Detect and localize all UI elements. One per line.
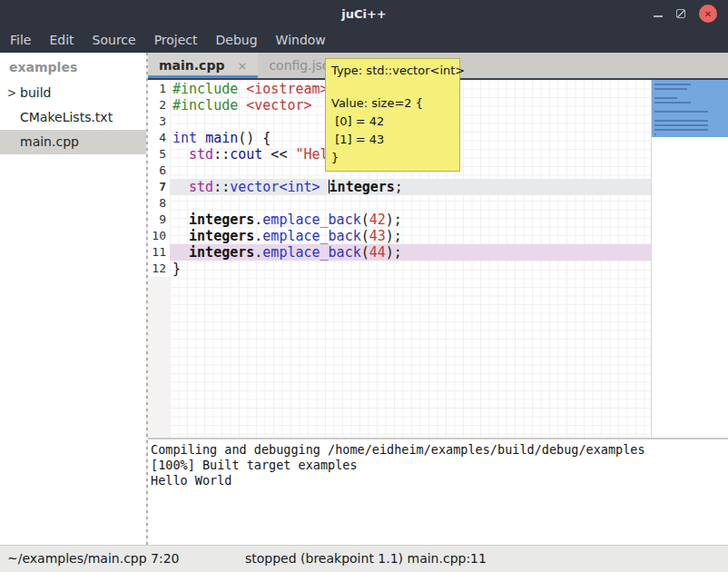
line-number[interactable]: 12 bbox=[148, 261, 170, 277]
titlebar[interactable]: juCi++ ✕ bbox=[0, 0, 728, 27]
status-file-position: ~/examples/main.cpp 7:20 bbox=[7, 546, 180, 572]
code-token: #include bbox=[172, 97, 238, 113]
code-token: :: bbox=[213, 146, 230, 163]
code-token: :: bbox=[213, 179, 230, 195]
code-line-9[interactable]: integers.emplace_back(42); bbox=[170, 212, 651, 228]
minimap-code-line bbox=[654, 124, 708, 126]
menu-item-debug[interactable]: Debug bbox=[207, 27, 267, 53]
line-number[interactable]: 2 bbox=[148, 97, 170, 113]
minimize-icon[interactable] bbox=[654, 15, 663, 17]
menu-item-source[interactable]: Source bbox=[84, 27, 145, 53]
code-token: ( bbox=[361, 212, 369, 228]
minimap-code-line bbox=[654, 133, 656, 135]
line-number[interactable]: 7 bbox=[148, 179, 170, 195]
minimap-code-line bbox=[654, 102, 691, 104]
code-token: vector<int> bbox=[230, 179, 320, 195]
build-output[interactable]: Compiling and debugging /home/eidheim/ex… bbox=[148, 438, 728, 545]
code-line-7[interactable]: std::vector<int> integers; bbox=[170, 179, 651, 195]
tooltip-value-block: Value: size=2 { [0] = 42 [1] = 43} bbox=[331, 94, 454, 167]
chevron-right-icon[interactable]: > bbox=[7, 78, 16, 107]
minimap[interactable] bbox=[651, 80, 728, 438]
line-number[interactable]: 5 bbox=[148, 146, 170, 163]
menu-item-window[interactable]: Window bbox=[267, 27, 335, 53]
code-token bbox=[172, 244, 189, 261]
status-debug-state: stopped (breakpoint 1.1) main.cpp:11 bbox=[245, 546, 487, 572]
code-token: emplace_back bbox=[262, 212, 360, 228]
window-controls: ✕ bbox=[654, 0, 717, 27]
menu-bar: FileEditSourceProjectDebugWindow bbox=[0, 27, 728, 53]
code-token: #include bbox=[172, 81, 238, 97]
code-token bbox=[172, 228, 189, 244]
minimap-code-line bbox=[654, 129, 708, 131]
code-token: ); bbox=[386, 228, 402, 244]
sidebar-item-main-cpp[interactable]: main.cpp bbox=[0, 130, 146, 154]
sidebar-item-label: build bbox=[20, 85, 51, 100]
code-line-8[interactable] bbox=[170, 195, 651, 212]
line-number[interactable]: 8 bbox=[148, 195, 170, 212]
restore-icon[interactable] bbox=[676, 9, 685, 18]
line-number[interactable]: 11 bbox=[148, 244, 170, 261]
line-number-gutter[interactable]: 123456789101112 bbox=[148, 80, 170, 438]
output-line: Hello World bbox=[151, 473, 728, 488]
code-token bbox=[197, 130, 205, 146]
code-token bbox=[172, 146, 189, 163]
code-token: () { bbox=[238, 130, 271, 146]
menu-item-project[interactable]: Project bbox=[145, 27, 207, 53]
code-token: ( bbox=[361, 228, 369, 244]
code-token: integers bbox=[189, 244, 254, 261]
code-token: ); bbox=[386, 244, 402, 261]
tooltip-type-line: Type: std::vector<int> bbox=[331, 63, 454, 78]
tab-close-icon[interactable]: × bbox=[237, 59, 247, 73]
minimap-code-line bbox=[654, 84, 691, 85]
line-number[interactable]: 9 bbox=[148, 212, 170, 228]
code-token: } bbox=[172, 261, 181, 277]
line-number[interactable]: 3 bbox=[148, 113, 170, 130]
minimap-code-line bbox=[654, 88, 687, 90]
menu-item-edit[interactable]: Edit bbox=[40, 27, 83, 53]
tab-main-cpp[interactable]: main.cpp× bbox=[148, 53, 258, 78]
code-token: std bbox=[189, 146, 213, 163]
code-token: ; bbox=[395, 179, 403, 195]
code-token: cout bbox=[230, 146, 262, 163]
code-token: 43 bbox=[369, 228, 386, 244]
code-token bbox=[238, 81, 246, 97]
sidebar-item-label: CMakeLists.txt bbox=[20, 110, 113, 124]
output-line: [100%] Built target examples bbox=[151, 458, 728, 473]
code-line-10[interactable]: integers.emplace_back(43); bbox=[170, 228, 651, 244]
tooltip-value-line: } bbox=[331, 149, 454, 167]
sidebar-item-cmakelists-txt[interactable]: CMakeLists.txt bbox=[0, 105, 146, 130]
menu-item-file[interactable]: File bbox=[1, 27, 40, 53]
minimap-code-line bbox=[654, 111, 708, 113]
code-token bbox=[320, 179, 329, 195]
code-token: integers bbox=[189, 228, 254, 244]
code-token bbox=[172, 179, 189, 195]
status-bar: ~/examples/main.cpp 7:20 stopped (breakp… bbox=[0, 545, 728, 572]
close-icon[interactable]: ✕ bbox=[699, 5, 717, 23]
code-line-12[interactable]: } bbox=[170, 261, 651, 277]
project-name-header: examples bbox=[0, 53, 146, 81]
tab-label: main.cpp bbox=[159, 58, 224, 73]
minimap-code-line bbox=[654, 97, 677, 99]
code-token: <iostream> bbox=[246, 81, 328, 97]
code-token: std bbox=[189, 179, 213, 195]
tooltip-value-line: Value: size=2 { bbox=[331, 94, 454, 113]
tooltip-value-line: [0] = 42 bbox=[331, 113, 454, 131]
file-tree: >buildCMakeLists.txtmain.cpp bbox=[0, 81, 146, 154]
minimap-code-line bbox=[654, 120, 708, 122]
sidebar-item-label: main.cpp bbox=[20, 134, 79, 149]
line-number[interactable]: 4 bbox=[148, 130, 170, 146]
file-tree-sidebar[interactable]: examples >buildCMakeLists.txtmain.cpp bbox=[0, 53, 146, 545]
code-line-11[interactable]: integers.emplace_back(44); bbox=[170, 244, 651, 261]
line-number[interactable]: 1 bbox=[148, 81, 170, 97]
sidebar-item-build[interactable]: >build bbox=[0, 81, 146, 105]
tooltip-value-line: [1] = 43 bbox=[331, 131, 454, 149]
debug-value-tooltip: Type: std::vector<int> Value: size=2 { [… bbox=[325, 58, 460, 172]
line-number[interactable]: 6 bbox=[148, 163, 170, 179]
code-token: integers bbox=[189, 212, 254, 228]
minimap-viewport[interactable] bbox=[652, 80, 728, 137]
line-number[interactable]: 10 bbox=[148, 228, 170, 244]
output-line: Compiling and debugging /home/eidheim/ex… bbox=[151, 442, 728, 458]
code-token: << bbox=[262, 146, 295, 163]
code-token: ( bbox=[361, 244, 369, 261]
code-token: . bbox=[254, 244, 262, 261]
